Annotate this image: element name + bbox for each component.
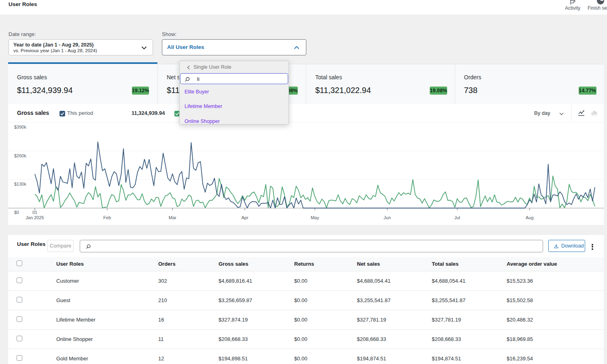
svg-text:$390k: $390k [14, 125, 26, 129]
svg-text:01: 01 [32, 210, 37, 215]
svg-text:Jul: Jul [454, 215, 460, 220]
svg-text:Feb: Feb [103, 215, 111, 220]
svg-text:Jan 2025: Jan 2025 [25, 215, 44, 220]
svg-text:$0: $0 [14, 210, 19, 215]
svg-text:$130k: $130k [14, 182, 26, 186]
svg-text:May: May [311, 215, 319, 220]
svg-text:$260k: $260k [14, 153, 26, 158]
svg-text:Jun: Jun [384, 215, 391, 220]
svg-text:Mar: Mar [169, 215, 176, 220]
svg-text:Apr: Apr [242, 215, 248, 220]
svg-text:Aug: Aug [526, 215, 534, 220]
